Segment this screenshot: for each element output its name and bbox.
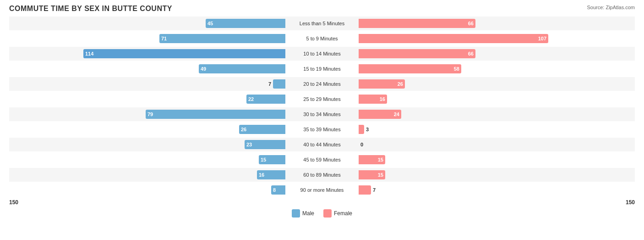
bar-row: 16 60 to 89 Minutes 15	[9, 168, 635, 182]
bar-male: 8	[271, 185, 285, 195]
row-label: 25 to 29 Minutes	[285, 96, 359, 102]
row-label: 60 to 89 Minutes	[285, 172, 359, 178]
left-section: 49	[9, 62, 285, 76]
left-section: 26	[9, 123, 285, 136]
right-section: 0	[359, 138, 635, 151]
female-value-inside: 66	[468, 21, 474, 26]
bar-female: 66	[359, 49, 475, 58]
bar-male: 114	[83, 49, 285, 58]
axis-right: 150	[626, 199, 635, 206]
left-section: 71	[9, 32, 285, 45]
female-value-inside: 15	[378, 157, 383, 162]
female-value-inside: 15	[378, 172, 383, 178]
female-value-outside: 3	[366, 127, 369, 132]
chart-container: COMMUTE TIME BY SEX IN BUTTE COUNTY Sour…	[0, 0, 644, 240]
male-value-inside: 23	[246, 142, 252, 147]
bar-male: 71	[159, 34, 285, 43]
female-value-inside: 66	[468, 51, 474, 56]
bar-row: 23 40 to 44 Minutes 0	[9, 138, 635, 151]
bar-row: 26 35 to 39 Minutes 3	[9, 123, 635, 136]
bar-row: 45 Less than 5 Minutes 66	[9, 17, 635, 30]
male-value-inside: 114	[85, 51, 93, 56]
right-section: 15	[359, 168, 635, 182]
row-label: 5 to 9 Minutes	[285, 36, 359, 41]
bar-female	[359, 125, 364, 134]
right-section: 16	[359, 92, 635, 106]
legend: Male Female	[9, 209, 635, 218]
left-section: 16	[9, 168, 285, 182]
bar-row: 79 30 to 34 Minutes 24	[9, 107, 635, 121]
legend-male: Male	[292, 209, 314, 218]
bar-male: 22	[246, 95, 285, 104]
male-value-inside: 16	[259, 172, 264, 178]
bar-row: 114 10 to 14 Minutes 66	[9, 47, 635, 61]
axis-left: 150	[9, 199, 18, 206]
bar-male: 79	[146, 110, 285, 119]
chart-area: 45 Less than 5 Minutes 66 71 5 to 9 M	[9, 17, 635, 197]
row-label: 40 to 44 Minutes	[285, 142, 359, 147]
bar-female	[359, 185, 371, 195]
left-section: 7	[9, 77, 285, 91]
legend-male-box	[292, 209, 300, 218]
row-label: 35 to 39 Minutes	[285, 127, 359, 132]
legend-female-box	[323, 209, 332, 218]
left-section: 23	[9, 138, 285, 151]
bar-female: 107	[359, 34, 548, 43]
chart-title: COMMUTE TIME BY SEX IN BUTTE COUNTY	[9, 5, 635, 13]
left-section: 114	[9, 47, 285, 61]
bar-row: 22 25 to 29 Minutes 16	[9, 92, 635, 106]
source-label: Source: ZipAtlas.com	[587, 5, 635, 10]
bar-row: 7 20 to 24 Minutes 26	[9, 77, 635, 91]
female-value-outside: 7	[373, 187, 376, 193]
bar-female: 15	[359, 155, 385, 164]
left-section: 8	[9, 183, 285, 197]
bar-male: 49	[199, 64, 285, 73]
bar-row: 71 5 to 9 Minutes 107	[9, 32, 635, 45]
left-section: 79	[9, 107, 285, 121]
male-value-inside: 49	[201, 66, 206, 72]
row-label: 10 to 14 Minutes	[285, 51, 359, 56]
right-section: 7	[359, 183, 635, 197]
right-section: 66	[359, 17, 635, 30]
bar-male: 26	[239, 125, 285, 134]
male-value-inside: 79	[147, 112, 153, 117]
female-value-inside: 26	[398, 81, 403, 87]
bar-male: 15	[259, 155, 285, 164]
right-section: 24	[359, 107, 635, 121]
right-section: 3	[359, 123, 635, 136]
female-value-outside: 0	[360, 142, 363, 147]
female-value-inside: 24	[394, 112, 399, 117]
male-value-inside: 15	[261, 157, 266, 162]
female-value-inside: 107	[538, 36, 546, 41]
right-section: 107	[359, 32, 635, 45]
male-value-inside: 8	[273, 187, 276, 193]
right-section: 15	[359, 153, 635, 167]
male-value-outside: 7	[268, 81, 271, 87]
male-value-inside: 71	[161, 36, 167, 41]
left-section: 22	[9, 92, 285, 106]
bar-female: 66	[359, 19, 475, 28]
bar-row: 15 45 to 59 Minutes 15	[9, 153, 635, 167]
bar-female: 58	[359, 64, 461, 73]
bar-female: 24	[359, 110, 401, 119]
female-value-inside: 58	[454, 66, 459, 72]
bar-male: 45	[206, 19, 285, 28]
right-section: 26	[359, 77, 635, 91]
bar-row: 49 15 to 19 Minutes 58	[9, 62, 635, 76]
right-section: 66	[359, 47, 635, 61]
bar-row: 8 90 or more Minutes 7	[9, 183, 635, 197]
row-label: 90 or more Minutes	[285, 187, 359, 193]
row-label: Less than 5 Minutes	[285, 21, 359, 26]
bar-male: 16	[257, 170, 285, 179]
axis-labels: 150 150	[9, 198, 635, 207]
right-section: 58	[359, 62, 635, 76]
bar-female: 15	[359, 170, 385, 179]
legend-female-label: Female	[334, 210, 352, 217]
left-section: 45	[9, 17, 285, 30]
bar-male: 23	[245, 140, 285, 149]
female-value-inside: 16	[380, 96, 385, 102]
bar-female: 26	[359, 79, 405, 89]
male-value-inside: 22	[248, 96, 254, 102]
row-label: 20 to 24 Minutes	[285, 81, 359, 87]
bar-male	[273, 79, 285, 89]
